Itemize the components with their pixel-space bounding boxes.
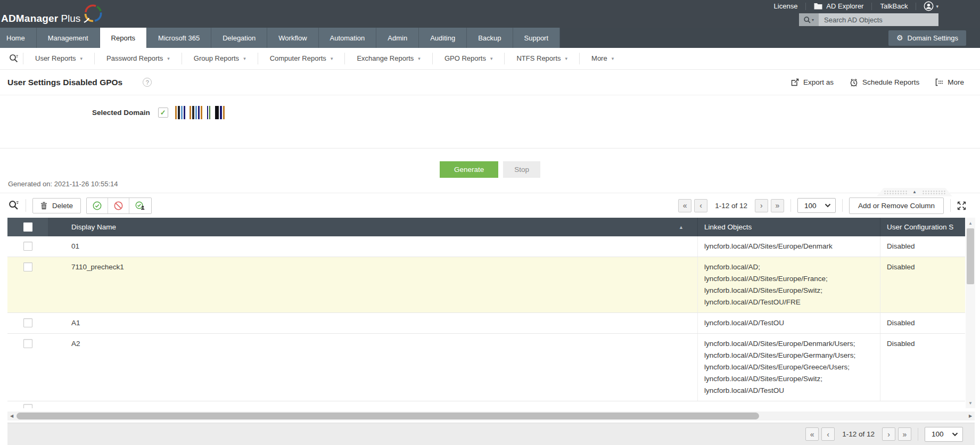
check-icon: ✓: [160, 109, 166, 117]
display-name-cell: A2: [48, 334, 697, 401]
linked-object-line: lyncforb.local/AD/Sites/Europe/Switz;: [704, 285, 880, 296]
tab-workflow[interactable]: Workflow: [267, 28, 318, 48]
ad-explorer-link[interactable]: AD Explorer: [806, 2, 871, 10]
scroll-down-button[interactable]: ▼: [966, 399, 975, 407]
column-linked-objects[interactable]: Linked Objects: [697, 218, 880, 236]
schedule-reports-button[interactable]: Schedule Reports: [850, 78, 919, 87]
linked-object-line: lyncforb.local/AD/TestOU: [704, 385, 880, 397]
pagination-prev-button[interactable]: ‹: [694, 199, 707, 212]
table-row[interactable]: A2lyncforb.local/AD/Sites/Europe/Denmark…: [7, 334, 965, 401]
tab-support[interactable]: Support: [513, 28, 561, 48]
main-navigation: Home Management Reports Microsoft 365 De…: [0, 28, 980, 48]
subnav-ntfs-reports[interactable]: NTFS Reports▾: [505, 53, 580, 64]
divider: [950, 199, 951, 212]
column-label: Linked Objects: [704, 223, 752, 231]
table-row-partial: [7, 401, 965, 408]
pagination-top: « ‹ 1-12 of 12 › »: [678, 199, 784, 212]
admanager-plus-app: { "brand": { "name_bold": "ADManager", "…: [0, 0, 980, 445]
report-search-button[interactable]: [4, 53, 23, 64]
export-as-button[interactable]: Export as: [791, 78, 834, 86]
manage-gpo-links-button[interactable]: [129, 198, 151, 213]
enable-gpo-button[interactable]: [87, 198, 108, 213]
subnav-more[interactable]: More▾: [580, 53, 625, 64]
row-checkbox[interactable]: [23, 262, 32, 271]
more-actions-button[interactable]: More: [935, 78, 964, 86]
column-user-configuration[interactable]: User Configuration S: [880, 218, 965, 236]
search-scope-button[interactable]: ▾: [799, 13, 819, 26]
grid-toolbar: Delete: [0, 193, 980, 218]
column-search-button[interactable]: [9, 200, 19, 211]
row-checkbox[interactable]: [23, 318, 32, 327]
pagination-last-button[interactable]: »: [771, 199, 784, 212]
vertical-scroll-thumb[interactable]: [967, 228, 974, 284]
select-all-checkbox[interactable]: [23, 222, 32, 232]
bottom-pagination-bar: « ‹ 1-12 of 12 › » 100: [7, 423, 975, 445]
talkback-link[interactable]: TalkBack: [872, 2, 916, 10]
domain-checkbox[interactable]: ✓: [158, 108, 168, 118]
row-checkbox[interactable]: [23, 242, 32, 251]
subnav-label: Computer Reports: [270, 53, 326, 64]
add-or-remove-column-button[interactable]: Add or Remove Column: [849, 197, 944, 214]
schedule-reports-label: Schedule Reports: [862, 78, 919, 86]
pagination-next-button[interactable]: ›: [882, 427, 895, 441]
report-criteria: Selected Domain ✓ --: [0, 95, 980, 149]
linked-object-line: lyncforb.local/AD/Sites/Europe/Denmark: [704, 241, 880, 252]
page-size-value: 100: [804, 202, 817, 210]
delete-button[interactable]: Delete: [32, 198, 81, 213]
table-row[interactable]: 01lyncforb.local/AD/Sites/Europe/Denmark…: [7, 236, 965, 257]
row-checkbox[interactable]: [23, 339, 32, 348]
pagination-first-button[interactable]: «: [678, 199, 691, 212]
fullscreen-button[interactable]: [957, 201, 966, 210]
tab-auditing[interactable]: Auditing: [419, 28, 467, 48]
select-all-cell: [7, 218, 48, 236]
selected-domain-redacted-value[interactable]: [175, 106, 227, 119]
collapse-panel-handle[interactable]: ▲: [877, 188, 952, 196]
scroll-left-button[interactable]: ◀: [7, 411, 16, 421]
chevron-down-icon: ▾: [565, 53, 568, 64]
scroll-up-button[interactable]: ▲: [966, 219, 975, 227]
linked-objects-cell: lyncforb.local/AD/Sites/Europe/Denmark/U…: [697, 334, 880, 401]
stop-button[interactable]: Stop: [503, 161, 540, 178]
table-row[interactable]: A1lyncforb.local/AD/TestOUDisabled: [7, 313, 965, 334]
generate-button[interactable]: Generate: [440, 161, 498, 178]
tab-microsoft-365[interactable]: Microsoft 365: [147, 28, 211, 48]
subnav-computer-reports[interactable]: Computer Reports▾: [258, 53, 345, 64]
chevron-down-icon: ▾: [331, 53, 333, 64]
search-input[interactable]: [819, 13, 938, 26]
disable-gpo-button[interactable]: [108, 198, 129, 213]
pagination-prev-button[interactable]: ‹: [821, 427, 835, 441]
subnav-exchange-reports[interactable]: Exchange Reports▾: [345, 53, 432, 64]
row-checkbox[interactable]: [23, 404, 32, 408]
subnav-gpo-reports[interactable]: GPO Reports▾: [433, 53, 505, 64]
tab-reports[interactable]: Reports: [100, 28, 147, 48]
tab-management[interactable]: Management: [37, 28, 100, 48]
pagination-next-button[interactable]: ›: [755, 199, 768, 212]
scroll-right-button[interactable]: ▶: [966, 411, 975, 421]
subnav-group-reports[interactable]: Group Reports▾: [182, 53, 258, 64]
tab-home[interactable]: Home: [0, 28, 37, 48]
subnav-password-reports[interactable]: Password Reports▾: [95, 53, 182, 64]
user-menu[interactable]: ▾: [916, 1, 938, 11]
table-row[interactable]: 7110_precheck1lyncforb.local/AD;lyncforb…: [7, 257, 965, 313]
subnav-label: Group Reports: [194, 53, 239, 64]
column-display-name[interactable]: Display Name ▲: [48, 218, 697, 236]
sort-ascending-icon: ▲: [679, 225, 683, 230]
gpo-status-actions: [86, 197, 152, 214]
pagination-last-button[interactable]: »: [898, 427, 911, 441]
tab-admin[interactable]: Admin: [376, 28, 419, 48]
nav-spacer: [560, 28, 888, 48]
tab-backup[interactable]: Backup: [467, 28, 513, 48]
pagination-first-button[interactable]: «: [805, 427, 819, 441]
license-link[interactable]: License: [766, 2, 806, 10]
tab-delegation[interactable]: Delegation: [211, 28, 267, 48]
linked-object-line: lyncforb.local/AD/Sites/Europe/Germany/U…: [704, 350, 880, 361]
page-size-select[interactable]: 100: [925, 427, 963, 442]
export-icon: [791, 78, 799, 86]
page-size-select[interactable]: 100: [797, 198, 836, 213]
tab-automation[interactable]: Automation: [319, 28, 377, 48]
reports-subnav: User Reports▾ Password Reports▾ Group Re…: [0, 48, 980, 70]
horizontal-scroll-thumb[interactable]: [17, 413, 759, 419]
subnav-user-reports[interactable]: User Reports▾: [23, 53, 95, 64]
help-icon[interactable]: ?: [143, 78, 152, 87]
domain-settings-button[interactable]: ⚙ Domain Settings: [888, 30, 966, 46]
